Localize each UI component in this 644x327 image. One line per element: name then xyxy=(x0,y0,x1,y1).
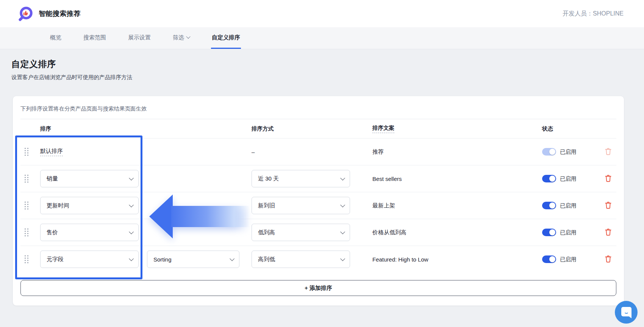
delete-button[interactable] xyxy=(605,201,612,210)
sort-name-text: 默认排序 xyxy=(40,148,63,156)
toggle-knob xyxy=(549,176,555,182)
chevron-down-icon xyxy=(340,176,345,181)
chevron-down-icon xyxy=(129,229,134,234)
table-row: 元字段 Sorting 高到低 Featured: High to Low 已启… xyxy=(20,246,616,272)
add-sort-button[interactable]: + 添加排序 xyxy=(20,280,616,296)
column-header-method: 排序方式 xyxy=(252,125,360,132)
sort-copy-text: 推荐 xyxy=(372,148,384,156)
tab-display-settings[interactable]: 展示设置 xyxy=(127,27,152,49)
drag-handle-icon[interactable] xyxy=(23,227,30,238)
table-row: 销量 近 30 天 Best sellers 已启用 xyxy=(20,165,616,192)
chevron-down-icon xyxy=(129,176,134,181)
sort-method-select[interactable]: 新到旧 xyxy=(252,197,350,214)
card-intro-text: 下列排序设置将在分类产品页面与搜索结果页面生效 xyxy=(20,96,616,112)
delete-button[interactable] xyxy=(605,228,612,237)
status-toggle[interactable] xyxy=(542,175,556,182)
sort-method-select[interactable]: 近 30 天 xyxy=(252,170,350,187)
app-header: 智能搜索推荐 开发人员：SHOPLINE xyxy=(0,0,644,27)
app-logo-icon xyxy=(18,6,33,21)
drag-handle-icon[interactable] xyxy=(23,200,30,211)
status-label: 已启用 xyxy=(560,229,577,236)
sort-field-select[interactable]: 更新时间 xyxy=(40,197,139,214)
status-toggle[interactable] xyxy=(542,148,556,156)
page-subtitle: 设置客户在店铺浏览产品时可使用的产品排序方法 xyxy=(11,74,644,81)
drag-handle-icon[interactable] xyxy=(23,173,30,184)
status-label: 已启用 xyxy=(560,148,577,156)
column-header-sort: 排序 xyxy=(40,125,51,132)
trash-icon xyxy=(605,201,612,209)
delete-button[interactable] xyxy=(605,255,612,264)
tab-search-scope[interactable]: 搜索范围 xyxy=(83,27,107,49)
page-title: 自定义排序 xyxy=(11,58,644,70)
chat-launcher-button[interactable] xyxy=(615,301,638,324)
sort-method-select[interactable]: 高到低 xyxy=(252,251,350,268)
chevron-down-icon xyxy=(340,229,345,234)
tab-filter[interactable]: 筛选 xyxy=(172,27,191,49)
toggle-knob xyxy=(549,229,555,235)
sort-copy-text: Best sellers xyxy=(372,176,402,182)
sort-method-select[interactable]: 低到高 xyxy=(252,224,350,241)
metafield-select[interactable]: Sorting xyxy=(147,251,239,268)
tab-bar: 概览 搜索范围 展示设置 筛选 自定义排序 xyxy=(0,27,644,49)
toggle-knob xyxy=(549,202,555,209)
table-row: 默认排序 – 推荐 已启用 xyxy=(20,138,616,165)
table-header-row: 排序 排序方式 排序文案 状态 xyxy=(20,119,616,138)
drag-handle-icon[interactable] xyxy=(23,254,30,265)
sort-copy-text: 价格从低到高 xyxy=(372,229,406,236)
tab-custom-sort[interactable]: 自定义排序 xyxy=(211,27,241,49)
chevron-down-icon xyxy=(340,202,345,207)
trash-icon xyxy=(605,147,612,155)
drag-handle-icon[interactable] xyxy=(23,146,30,157)
table-row: 更新时间 新到旧 最新上架 已启用 xyxy=(20,192,616,219)
column-header-copy: 排序文案 xyxy=(372,125,394,133)
status-toggle[interactable] xyxy=(542,229,556,236)
sort-method-text: – xyxy=(252,149,360,155)
sort-copy-text: 最新上架 xyxy=(372,202,395,209)
page-heading: 自定义排序 设置客户在店铺浏览产品时可使用的产品排序方法 xyxy=(0,49,644,81)
status-toggle[interactable] xyxy=(542,255,556,263)
trash-icon xyxy=(605,255,612,263)
sort-field-select[interactable]: 售价 xyxy=(40,224,139,241)
toggle-knob xyxy=(549,149,555,155)
trash-icon xyxy=(605,174,612,182)
tab-overview[interactable]: 概览 xyxy=(49,27,62,49)
chevron-down-icon xyxy=(186,34,190,38)
developer-info: 开发人员：SHOPLINE xyxy=(563,10,624,18)
chevron-down-icon xyxy=(230,256,234,261)
toggle-knob xyxy=(549,256,555,262)
chevron-down-icon xyxy=(340,256,345,261)
sort-field-select[interactable]: 销量 xyxy=(40,170,139,187)
sort-copy-text: Featured: High to Low xyxy=(372,256,428,263)
chevron-down-icon xyxy=(129,256,134,261)
delete-button[interactable] xyxy=(605,147,612,156)
chevron-down-icon xyxy=(129,202,134,207)
status-label: 已启用 xyxy=(560,175,577,182)
status-label: 已启用 xyxy=(560,202,577,209)
chat-bubble-icon xyxy=(621,307,631,316)
delete-button[interactable] xyxy=(605,174,612,183)
table-row: 售价 低到高 价格从低到高 已启用 xyxy=(20,219,616,246)
status-label: 已启用 xyxy=(560,256,577,263)
trash-icon xyxy=(605,228,612,236)
app-title: 智能搜索推荐 xyxy=(39,9,81,18)
column-header-status: 状态 xyxy=(542,125,553,132)
status-toggle[interactable] xyxy=(542,202,556,209)
sort-field-select[interactable]: 元字段 xyxy=(40,251,139,268)
custom-sort-card: 下列排序设置将在分类产品页面与搜索结果页面生效 排序 排序方式 排序文案 状态 … xyxy=(13,96,624,306)
